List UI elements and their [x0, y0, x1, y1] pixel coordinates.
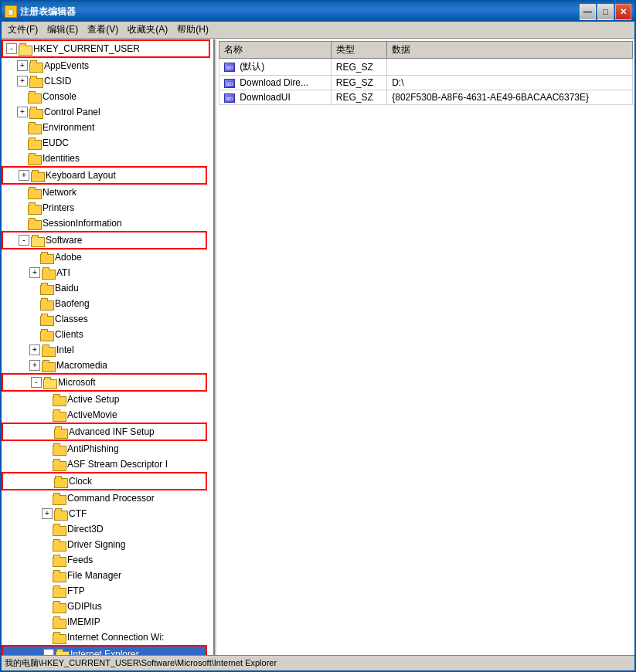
tree-item-appevents[interactable]: + AppEvents: [2, 58, 213, 73]
tree-item-imemip[interactable]: IMEMIP: [2, 614, 213, 630]
tree-item-activesetup[interactable]: Active Setup: [2, 392, 213, 407]
console-no-expander: [17, 91, 28, 102]
tree-item-environment[interactable]: Environment: [2, 120, 213, 135]
tree-item-antiphishing[interactable]: AntiPhishing: [2, 441, 213, 456]
tree-item-direct3d[interactable]: Direct3D: [2, 521, 213, 537]
network-no-expander: [17, 187, 28, 198]
tree-item-baofeng[interactable]: Baofeng: [2, 296, 213, 311]
tree-item-macromedia[interactable]: + Macromedia: [2, 358, 213, 373]
reg-icon-0: ab: [224, 63, 235, 72]
tree-item-commandprocessor[interactable]: Command Processor: [2, 490, 213, 506]
tree-item-controlpanel[interactable]: + Control Panel: [2, 104, 213, 120]
menu-favorites[interactable]: 收藏夹(A): [123, 22, 172, 38]
clock-no-expander: [43, 476, 54, 487]
ftp-folder-icon: [53, 585, 65, 596]
col-data-header: 数据: [387, 42, 633, 59]
row0-data: [387, 59, 633, 76]
close-button[interactable]: ✕: [615, 4, 631, 20]
registry-values-panel: 名称 类型 数据 ab (默认) REG_SZ: [217, 39, 634, 655]
root-expander[interactable]: -: [6, 43, 17, 54]
intel-expander[interactable]: +: [29, 344, 40, 355]
reg-icon-1: ab: [224, 79, 235, 88]
asfstream-folder-icon: [53, 459, 65, 470]
ati-label: ATI: [56, 266, 70, 280]
tree-item-clsid[interactable]: + CLSID: [2, 73, 213, 89]
tree-item-ctf[interactable]: + CTF: [2, 506, 213, 521]
tree-item-filemanager[interactable]: File Manager: [2, 568, 213, 583]
software-label: Software: [46, 233, 82, 247]
controlpanel-label: Control Panel: [44, 105, 100, 119]
baidu-no-expander: [29, 283, 40, 294]
tree-item-microsoft[interactable]: - Microsoft: [3, 375, 206, 390]
printers-no-expander: [17, 202, 28, 213]
antiphishing-label: AntiPhishing: [67, 442, 119, 456]
direct3d-folder-icon: [53, 524, 65, 535]
software-folder-icon: [31, 235, 43, 246]
internetexplorer-folder-icon: [56, 649, 68, 655]
baofeng-label: Baofeng: [55, 297, 90, 311]
tree-item-eudc[interactable]: EUDC: [2, 135, 213, 151]
ati-expander[interactable]: +: [29, 267, 40, 278]
tree-item-feeds[interactable]: Feeds: [2, 552, 213, 568]
gdiplus-no-expander: [42, 601, 53, 612]
table-row[interactable]: ab (默认) REG_SZ: [219, 59, 633, 76]
activemovie-no-expander: [42, 409, 53, 420]
minimize-button[interactable]: —: [580, 4, 596, 20]
tree-item-clock-wrapper: Clock: [2, 472, 207, 490]
tree-item-activemovie[interactable]: ActiveMovie: [2, 407, 213, 423]
controlpanel-expander[interactable]: +: [17, 107, 28, 117]
tree-root[interactable]: - HKEY_CURRENT_USER: [2, 39, 210, 58]
menu-help[interactable]: 帮助(H): [172, 22, 213, 38]
macromedia-folder-icon: [42, 360, 54, 371]
macromedia-expander[interactable]: +: [29, 360, 40, 371]
tree-item-driversigning[interactable]: Driver Signing: [2, 537, 213, 552]
tree-item-ati[interactable]: + ATI: [2, 265, 213, 280]
commandprocessor-no-expander: [42, 493, 53, 504]
keyboardlayout-expander[interactable]: +: [19, 170, 29, 181]
baidu-label: Baidu: [55, 281, 79, 295]
ctf-expander[interactable]: +: [42, 508, 53, 519]
adobe-label: Adobe: [55, 250, 82, 264]
tree-item-advancedinfsetup[interactable]: Advanced INF Setup: [3, 424, 206, 440]
tree-item-classes[interactable]: Classes: [2, 311, 213, 327]
tree-item-internetconnection[interactable]: Internet Connection Wi:: [2, 630, 213, 645]
filemanager-label: File Manager: [67, 568, 121, 582]
appevents-expander[interactable]: +: [17, 60, 28, 71]
window-title: 注册表编辑器: [20, 5, 580, 19]
tree-item-printers[interactable]: Printers: [2, 200, 213, 216]
row0-name: ab (默认): [219, 59, 332, 76]
ati-folder-icon: [42, 267, 54, 278]
tree-item-ftp[interactable]: FTP: [2, 583, 213, 599]
clsid-expander[interactable]: +: [17, 76, 28, 87]
tree-item-microsoft-wrapper: - Microsoft: [2, 373, 207, 392]
menu-file[interactable]: 文件(F): [3, 22, 43, 38]
tree-item-clock[interactable]: Clock: [3, 473, 206, 489]
tree-item-keyboardlayout[interactable]: + Keyboard Layout: [2, 166, 207, 185]
row0-type: REG_SZ: [331, 59, 386, 76]
tree-item-baidu[interactable]: Baidu: [2, 280, 213, 296]
software-expander[interactable]: -: [19, 235, 29, 246]
tree-item-software[interactable]: - Software: [3, 232, 206, 248]
asfstream-no-expander: [42, 459, 53, 470]
imemip-no-expander: [42, 616, 53, 627]
clock-folder-icon: [54, 476, 66, 487]
tree-item-internetexplorer[interactable]: - Internet Explorer: [3, 647, 206, 655]
menu-view[interactable]: 查看(V): [83, 22, 123, 38]
tree-item-identities[interactable]: Identities: [2, 151, 213, 166]
tree-item-intel[interactable]: + Intel: [2, 342, 213, 358]
row1-data: D:\: [387, 76, 633, 90]
tree-item-network[interactable]: Network: [2, 185, 213, 200]
table-row[interactable]: ab DownloadUI REG_SZ {802F530B-A8F6-4631…: [219, 90, 633, 105]
tree-item-console[interactable]: Console: [2, 89, 213, 104]
microsoft-expander[interactable]: -: [31, 377, 42, 388]
table-row[interactable]: ab Download Dire... REG_SZ D:\: [219, 76, 633, 90]
maximize-button[interactable]: □: [597, 4, 614, 20]
tree-item-asfstream[interactable]: ASF Stream Descriptor I: [2, 456, 213, 472]
tree-item-gdiplus[interactable]: GDIPlus: [2, 599, 213, 614]
internetexplorer-expander[interactable]: -: [43, 649, 54, 655]
antiphishing-no-expander: [42, 443, 53, 454]
menu-edit[interactable]: 编辑(E): [43, 22, 83, 38]
tree-item-adobe[interactable]: Adobe: [2, 249, 213, 265]
tree-item-clients[interactable]: Clients: [2, 327, 213, 342]
tree-item-sessioninfo[interactable]: SessionInformation: [2, 216, 213, 231]
